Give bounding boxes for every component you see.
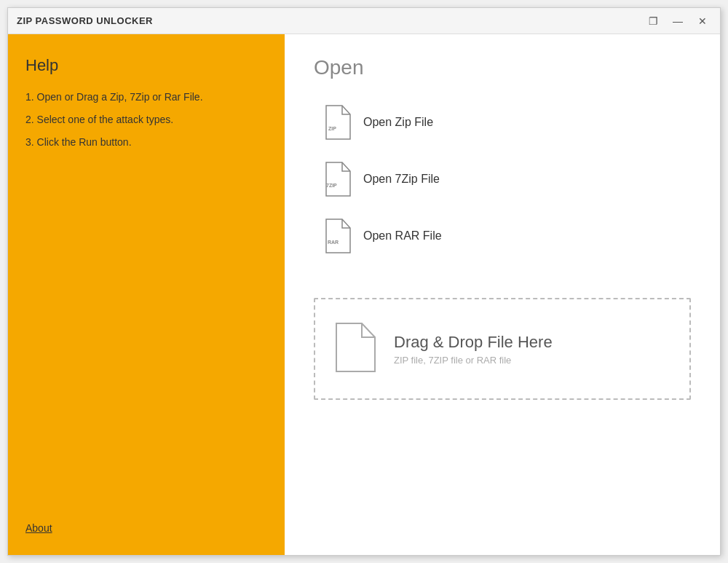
open-zip-label: Open Zip File [363, 116, 433, 129]
open-7zip-button[interactable]: 7ZIP Open 7Zip File [314, 154, 691, 205]
open-7zip-label: Open 7Zip File [363, 173, 440, 186]
open-rar-button[interactable]: RAR Open RAR File [314, 210, 691, 261]
help-item-3: 3. Click the Run button. [25, 135, 267, 150]
title-bar: ZIP PASSWORD UNLOCKER ❐ — ✕ [8, 8, 720, 34]
7zip-file-icon: 7ZIP [323, 161, 352, 197]
svg-text:ZIP: ZIP [328, 126, 336, 131]
title-bar-controls: ❐ — ✕ [644, 12, 711, 30]
drop-subtitle: ZIP file, 7ZIP file or RAR file [394, 355, 553, 366]
help-title: Help [25, 56, 267, 75]
open-title: Open [314, 56, 691, 79]
drop-file-icon [333, 321, 376, 377]
sidebar-top: Help 1. Open or Drag a Zip, 7Zip or Rar … [25, 56, 267, 157]
about-link[interactable]: About [25, 522, 52, 534]
drop-text-block: Drag & Drop File Here ZIP file, 7ZIP fil… [394, 333, 553, 366]
rar-file-icon: RAR [323, 218, 352, 254]
drop-zone[interactable]: Drag & Drop File Here ZIP file, 7ZIP fil… [314, 298, 691, 400]
main-content: Open ZIP Open Zip File [285, 34, 720, 555]
svg-text:RAR: RAR [328, 240, 339, 245]
restore-button[interactable]: ❐ [644, 12, 662, 30]
help-item-1: 1. Open or Drag a Zip, 7Zip or Rar File. [25, 90, 267, 105]
sidebar: Help 1. Open or Drag a Zip, 7Zip or Rar … [8, 34, 285, 555]
content-area: Help 1. Open or Drag a Zip, 7Zip or Rar … [8, 34, 720, 555]
help-item-2: 2. Select one of the attack types. [25, 112, 267, 127]
zip-file-icon: ZIP [323, 104, 352, 141]
app-window: ZIP PASSWORD UNLOCKER ❐ — ✕ Help 1. Open… [7, 7, 721, 556]
sidebar-bottom: About [25, 521, 267, 538]
file-buttons: ZIP Open Zip File 7ZIP [314, 97, 691, 261]
svg-text:7ZIP: 7ZIP [326, 183, 337, 188]
open-section: Open ZIP Open Zip File [314, 56, 691, 261]
help-list: 1. Open or Drag a Zip, 7Zip or Rar File.… [25, 90, 267, 150]
minimize-button[interactable]: — [669, 12, 687, 30]
open-rar-label: Open RAR File [363, 229, 442, 243]
open-zip-button[interactable]: ZIP Open Zip File [314, 97, 691, 148]
drop-title: Drag & Drop File Here [394, 333, 553, 352]
app-title: ZIP PASSWORD UNLOCKER [17, 15, 153, 26]
close-button[interactable]: ✕ [694, 12, 711, 30]
